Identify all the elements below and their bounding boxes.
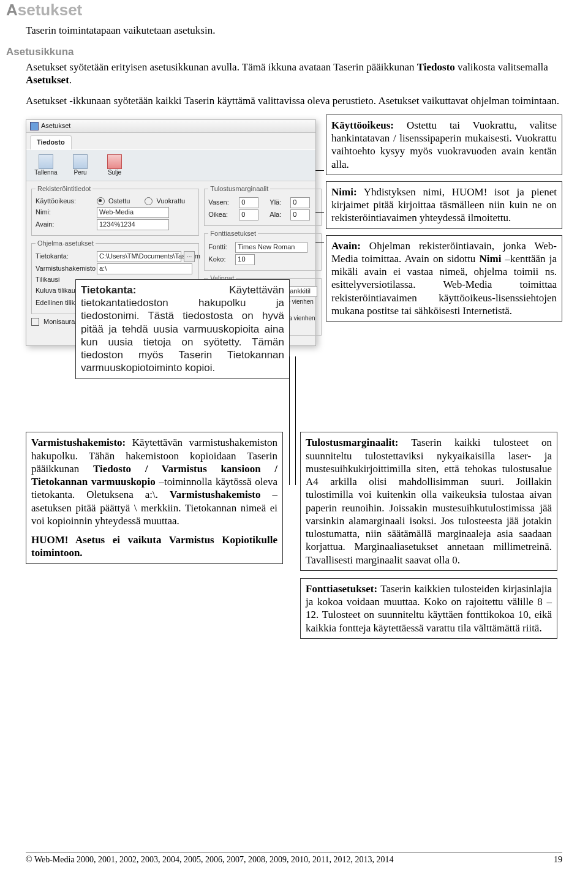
- page-number: 19: [554, 854, 562, 865]
- multi-checkbox[interactable]: [31, 318, 39, 326]
- undo-icon: [73, 154, 88, 169]
- section-heading-asetusikkuna: Asetusikkuna: [6, 45, 562, 58]
- margin-right-input[interactable]: 0: [239, 209, 258, 220]
- callout-nimi: Nimi: Yhdistyksen nimi, HUOM! isot ja pi…: [326, 181, 562, 229]
- font-input[interactable]: Times New Roman: [235, 242, 307, 253]
- callout-avain: Avain: Ohjelman rekisteröintiavain, jonk…: [326, 235, 562, 322]
- intro-text-2: Asetukset syötetään erityisen asetusikku…: [26, 61, 562, 87]
- margin-left-input[interactable]: 0: [239, 197, 258, 208]
- intro-text-3: Asetukset -ikkunaan syötetään kaikki Tas…: [26, 94, 562, 107]
- save-button[interactable]: Tallenna: [30, 152, 62, 179]
- page-title: Asetukset: [6, 0, 562, 20]
- undo-button[interactable]: Peru: [64, 152, 96, 179]
- key-input[interactable]: 1234%1234: [97, 219, 169, 230]
- settings-window-screenshot: Asetukset Tiedosto Tallenna Peru Sulje R…: [26, 119, 316, 347]
- backup-path-input[interactable]: a:\: [97, 263, 192, 274]
- db-path-input[interactable]: C:\Users\TM\Documents\Taseri\m: [97, 251, 181, 262]
- margin-bottom-input[interactable]: 0: [290, 209, 310, 220]
- radio-bought[interactable]: [97, 197, 105, 205]
- radio-rented[interactable]: [145, 197, 153, 205]
- intro-text-1: Taserin toimintatapaan vaikutetaan asetu…: [26, 24, 562, 37]
- browse-db-button[interactable]: ...: [184, 251, 195, 262]
- footer-copyright: © Web-Media 2000, 2001, 2002, 2003, 2004…: [26, 854, 394, 865]
- group-font: Fonttiasetukset Fontti:Times New Roman K…: [204, 230, 322, 271]
- callout-varmistushakemisto: Varmistushakemisto: Käytettävän varmistu…: [26, 432, 283, 563]
- close-button[interactable]: Sulje: [99, 152, 130, 179]
- margin-top-input[interactable]: 0: [290, 197, 310, 208]
- callout-fonttiasetukset: Fonttiasetukset: Taserin kaikkien tulost…: [300, 578, 557, 639]
- callout-tietokanta: Tietokanta: Tietokanta: Käytettävän tiet…: [75, 279, 290, 379]
- tab-tiedosto[interactable]: Tiedosto: [30, 135, 72, 149]
- floppy-icon: [39, 154, 53, 169]
- name-input[interactable]: Web-Media: [97, 207, 169, 218]
- group-registration: Rekisteröintitiedot Käyttöoikeus: Ostett…: [31, 185, 199, 236]
- callout-kayttooikeus: Käyttöoikeus: Ostettu tai Vuokrattu, val…: [326, 115, 562, 175]
- font-size-input[interactable]: 10: [235, 254, 255, 265]
- close-icon: [107, 154, 122, 169]
- group-margins: Tulostusmarginaalit Vasen:0Ylä:0 Oikea:0…: [204, 185, 322, 226]
- callout-tulostusmarginaalit: Tulostusmarginaalit: Taserin kaikki tulo…: [300, 432, 557, 571]
